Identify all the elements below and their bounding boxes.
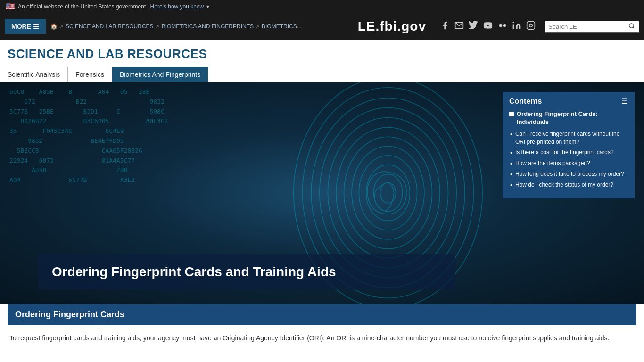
breadcrumb-current[interactable]: BIOMETRICS... — [262, 23, 302, 30]
contents-body: Ordering Fingerprint Cards: Individuals … — [503, 108, 635, 198]
breadcrumb-science[interactable]: SCIENCE AND LAB RESOURCES — [66, 23, 154, 30]
contents-sub-link-4[interactable]: How long does it take to process my orde… — [515, 170, 624, 178]
svg-rect-5 — [527, 21, 535, 29]
contents-sub-link-5[interactable]: How do I check the status of my order? — [515, 181, 613, 189]
linkedin-icon[interactable] — [512, 21, 521, 33]
tab-forensics[interactable]: Forensics — [68, 67, 112, 82]
social-icons-bar — [440, 21, 536, 33]
svg-point-3 — [503, 24, 506, 27]
facebook-icon[interactable] — [440, 21, 450, 33]
breadcrumb-biometrics[interactable]: BIOMETRICS AND FINGERPRINTS — [162, 23, 254, 30]
svg-point-7 — [629, 23, 634, 27]
contents-sub-link-1[interactable]: Can I receive fingerprint cards without … — [515, 130, 628, 146]
contents-header: Contents ☰ — [503, 92, 635, 108]
ordering-section: Ordering Fingerprint Cards To request fi… — [0, 304, 644, 353]
contents-sub-item-4: • How long does it take to process my or… — [509, 170, 628, 178]
flickr-icon[interactable] — [498, 21, 507, 33]
gov-banner-text: An official website of the United States… — [18, 3, 148, 10]
contents-bullet-square — [509, 112, 514, 116]
contents-sidebar: Contents ☰ Ordering Fingerprint Cards: I… — [503, 92, 635, 198]
page-header: SCIENCE AND LAB RESOURCES Scientific Ana… — [0, 40, 644, 82]
breadcrumb-home[interactable]: 🏠 — [50, 23, 58, 30]
search-button[interactable] — [628, 23, 635, 31]
search-input[interactable] — [548, 23, 628, 30]
gov-banner-link[interactable]: Here's how you know — [150, 3, 204, 10]
contents-sub-item-2: • Is there a cost for the fingerprint ca… — [509, 148, 628, 156]
contents-sub-bullet-3: • — [510, 160, 512, 167]
svg-point-17 — [320, 108, 456, 278]
contents-sub-item-1: • Can I receive fingerprint cards withou… — [509, 130, 628, 146]
gov-banner-dropdown-icon: ▾ — [206, 3, 209, 10]
youtube-icon[interactable] — [483, 21, 493, 33]
contents-sub-link-2[interactable]: Is there a cost for the fingerprint card… — [515, 148, 614, 156]
svg-point-13 — [352, 146, 424, 239]
contents-sub-item-5: • How do I check the status of my order? — [509, 181, 628, 189]
main-nav: MORE ☰ 🏠 > SCIENCE AND LAB RESOURCES > B… — [0, 13, 644, 40]
us-flag-icon: 🇺🇸 — [6, 2, 15, 11]
page-title: SCIENCE AND LAB RESOURCES — [8, 47, 636, 61]
contents-sub-bullet-2: • — [510, 149, 512, 156]
svg-point-2 — [499, 24, 503, 27]
search-box[interactable] — [545, 21, 639, 33]
contents-title: Contents — [509, 97, 542, 106]
section-body-text: To request fingerprint cards and trainin… — [8, 333, 636, 343]
contents-sub-bullet-5: • — [510, 181, 512, 189]
section-header-title: Ordering Fingerprint Cards — [15, 310, 629, 320]
hero-section: 66C8 A85B B A04 05 28B 072 B22 9832 5C77… — [0, 82, 644, 304]
svg-line-8 — [633, 27, 635, 28]
contents-sub-link-3[interactable]: How are the items packaged? — [515, 159, 590, 167]
contents-sub-bullet-4: • — [510, 171, 512, 178]
sub-nav: Scientific Analysis Forensics Biometrics… — [8, 67, 636, 82]
contents-main-item: Ordering Fingerprint Cards: Individuals — [509, 110, 628, 126]
hero-title: Ordering Fingerprint Cards and Training … — [52, 263, 441, 280]
breadcrumb: 🏠 > SCIENCE AND LAB RESOURCES > BIOMETRI… — [50, 23, 344, 30]
svg-point-4 — [513, 21, 514, 23]
twitter-icon[interactable] — [469, 21, 478, 33]
contents-main-link[interactable]: Ordering Fingerprint Cards: Individuals — [517, 110, 628, 126]
instagram-icon[interactable] — [526, 21, 536, 33]
contents-sub-bullet-1: • — [510, 131, 512, 138]
contents-sub-item-3: • How are the items packaged? — [509, 159, 628, 167]
section-header-bar: Ordering Fingerprint Cards — [8, 304, 636, 325]
tab-scientific-analysis[interactable]: Scientific Analysis — [8, 67, 68, 82]
breadcrumb-sep-3: > — [256, 23, 259, 30]
svg-point-11 — [366, 165, 410, 221]
contents-menu-icon[interactable]: ☰ — [621, 97, 628, 106]
email-icon[interactable] — [454, 21, 464, 33]
tab-biometrics[interactable]: Biometrics And Fingerprints — [112, 67, 208, 82]
breadcrumb-sep-2: > — [156, 23, 159, 30]
gov-banner: 🇺🇸 An official website of the United Sta… — [0, 0, 644, 13]
svg-point-14 — [344, 137, 432, 249]
hero-title-box: Ordering Fingerprint Cards and Training … — [38, 254, 455, 290]
breadcrumb-sep-1: > — [60, 23, 63, 30]
site-logo: LE.fbi.gov — [358, 19, 426, 34]
svg-point-16 — [328, 118, 448, 268]
more-button[interactable]: MORE ☰ — [5, 19, 46, 34]
